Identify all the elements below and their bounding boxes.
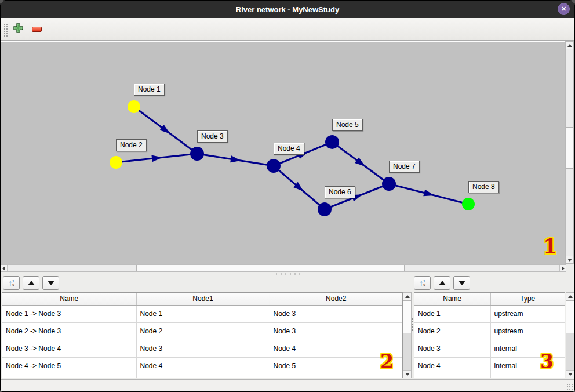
table-cell[interactable]: Node 3 bbox=[414, 340, 490, 357]
up-arrow-icon bbox=[28, 281, 35, 285]
node-label[interactable]: Node 7 bbox=[389, 161, 420, 173]
column-header[interactable]: Node2 bbox=[270, 293, 402, 305]
title-bar[interactable]: River network - MyNewStudy ✕ bbox=[1, 1, 574, 18]
table-row[interactable]: Node 1 -> Node 3Node 1Node 3 bbox=[2, 305, 402, 322]
table-row[interactable]: Node 2 -> Node 3Node 2Node 3 bbox=[2, 322, 402, 340]
edge-arrow-icon bbox=[151, 155, 162, 162]
scroll-left-icon[interactable] bbox=[1, 265, 8, 271]
table-cell[interactable]: upstream bbox=[490, 305, 565, 322]
move-up-button[interactable] bbox=[434, 276, 450, 290]
sort-ascending-icon: ↑ 19 bbox=[8, 279, 14, 287]
column-header[interactable]: Node1 bbox=[136, 293, 270, 305]
table-cell[interactable]: Node 3 -> Node 4 bbox=[2, 340, 136, 357]
node-label[interactable]: Node 6 bbox=[325, 186, 355, 198]
lower-panel: ↑ 19 ↑ 19 bbox=[1, 275, 574, 379]
edges-table: NameNode1Node2 Node 1 -> Node 3Node 1Nod… bbox=[2, 292, 403, 378]
node-label[interactable]: Node 3 bbox=[197, 130, 228, 143]
empty-row bbox=[414, 375, 565, 378]
annotation-2: 2 bbox=[380, 352, 394, 371]
table-cell[interactable]: Node 2 bbox=[136, 322, 270, 340]
scroll-up-icon[interactable] bbox=[566, 42, 573, 49]
scroll-right-icon[interactable] bbox=[559, 265, 566, 271]
table-row[interactable]: Node 1upstream bbox=[414, 305, 565, 322]
status-bar bbox=[1, 379, 574, 391]
table-cell[interactable]: Node 4 bbox=[414, 357, 490, 375]
canvas-horizontal-scrollbar[interactable] bbox=[1, 264, 566, 272]
edge-arrow-icon bbox=[355, 157, 365, 166]
table-row[interactable]: Node 3 -> Node 4Node 3Node 4 bbox=[2, 340, 402, 357]
table-cell bbox=[136, 375, 270, 378]
scroll-down-icon[interactable] bbox=[566, 256, 573, 263]
table-cell[interactable]: Node 2 bbox=[414, 322, 490, 340]
node-circle[interactable] bbox=[190, 147, 204, 161]
table-row[interactable]: Node 4 -> Node 5Node 4Node 5 bbox=[2, 357, 402, 375]
table-cell[interactable]: Node 3 bbox=[270, 305, 402, 322]
table-cell[interactable]: Node 4 -> Node 5 bbox=[2, 357, 136, 375]
table-cell[interactable]: Node 1 -> Node 3 bbox=[2, 305, 136, 322]
network-canvas[interactable]: Node 1Node 2Node 3Node 4Node 5Node 6Node… bbox=[1, 41, 566, 264]
table-cell bbox=[414, 375, 490, 378]
node-circle[interactable] bbox=[382, 177, 396, 191]
table-cell bbox=[2, 375, 136, 378]
node-circle[interactable] bbox=[462, 198, 475, 210]
canvas-vscroll-thumb[interactable] bbox=[566, 127, 573, 169]
close-icon[interactable]: ✕ bbox=[558, 3, 570, 15]
edges-table-scrollbar[interactable] bbox=[403, 292, 412, 378]
edges-scroll-thumb[interactable] bbox=[403, 300, 411, 333]
sort-button[interactable]: ↑ 19 bbox=[414, 276, 431, 290]
sort-button[interactable]: ↑ 19 bbox=[3, 276, 20, 290]
table-cell[interactable]: Node 2 -> Node 3 bbox=[2, 322, 136, 340]
nodes-table-toolbar: ↑ 19 bbox=[414, 276, 470, 290]
nodes-scroll-thumb[interactable] bbox=[566, 300, 574, 333]
table-row[interactable]: Node 2upstream bbox=[414, 322, 565, 340]
edges-table-toolbar: ↑ 19 bbox=[3, 276, 59, 290]
table-cell bbox=[270, 375, 402, 378]
up-arrow-icon bbox=[439, 281, 446, 285]
move-down-button[interactable] bbox=[42, 276, 59, 290]
node-label[interactable]: Node 1 bbox=[134, 84, 165, 96]
node-label[interactable]: Node 8 bbox=[468, 181, 499, 193]
canvas-hscroll-thumb[interactable] bbox=[136, 265, 405, 271]
scroll-up-icon[interactable] bbox=[566, 293, 574, 300]
window-title: River network - MyNewStudy bbox=[236, 5, 339, 14]
nodes-table-scrollbar[interactable] bbox=[566, 292, 574, 378]
node-label[interactable]: Node 5 bbox=[332, 119, 363, 131]
table-cell[interactable]: Node 4 bbox=[136, 357, 270, 375]
move-up-button[interactable] bbox=[23, 276, 39, 290]
table-cell bbox=[490, 375, 565, 378]
table-cell[interactable]: Node 1 bbox=[136, 305, 270, 322]
node-label[interactable]: Node 2 bbox=[116, 139, 147, 151]
annotation-3: 3 bbox=[540, 352, 554, 371]
move-down-button[interactable] bbox=[453, 276, 470, 290]
edges-table-header-row: NameNode1Node2 bbox=[2, 293, 402, 305]
node-circle[interactable] bbox=[110, 156, 122, 169]
node-circle[interactable] bbox=[325, 135, 339, 149]
scroll-down-icon[interactable] bbox=[403, 370, 411, 378]
resize-grip-icon[interactable] bbox=[566, 383, 573, 390]
down-arrow-icon bbox=[48, 281, 54, 285]
node-label[interactable]: Node 4 bbox=[274, 143, 304, 155]
scroll-up-icon[interactable] bbox=[403, 293, 411, 300]
table-cell[interactable]: Node 3 bbox=[270, 322, 402, 340]
column-header[interactable]: Name bbox=[414, 293, 490, 305]
empty-row bbox=[2, 375, 402, 378]
canvas-vertical-scrollbar[interactable] bbox=[565, 41, 574, 264]
add-button[interactable] bbox=[11, 22, 25, 36]
column-header[interactable]: Name bbox=[2, 293, 136, 305]
node-circle[interactable] bbox=[318, 202, 332, 216]
edge-arrow-icon bbox=[423, 190, 434, 197]
column-header[interactable]: Type bbox=[490, 293, 565, 305]
edge-arrow-icon bbox=[230, 155, 241, 162]
splitter-grip-icon bbox=[274, 273, 301, 275]
node-circle[interactable] bbox=[128, 100, 140, 113]
table-cell[interactable]: Node 3 bbox=[136, 340, 270, 357]
toolbar-drag-handle[interactable] bbox=[3, 23, 8, 37]
table-cell[interactable]: Node 1 bbox=[414, 305, 490, 322]
minus-icon bbox=[32, 27, 42, 32]
remove-button[interactable] bbox=[30, 22, 43, 36]
scroll-down-icon[interactable] bbox=[566, 370, 574, 378]
tables-splitter-grip[interactable] bbox=[412, 317, 413, 332]
table-cell[interactable]: upstream bbox=[490, 322, 565, 340]
main-toolbar bbox=[1, 18, 574, 41]
node-circle[interactable] bbox=[267, 159, 281, 173]
